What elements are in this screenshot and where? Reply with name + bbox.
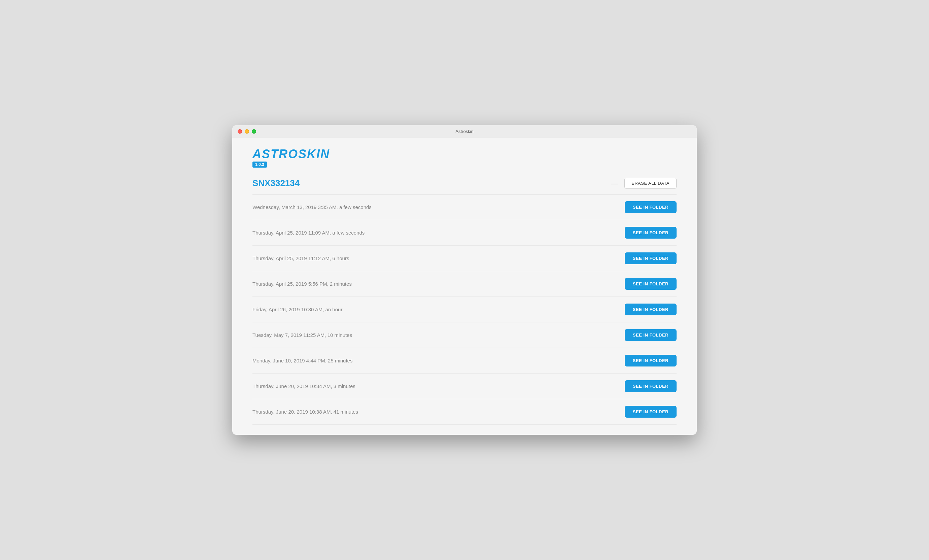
see-in-folder-button[interactable]: SEE IN FOLDER: [625, 252, 676, 264]
session-date: Wednesday, March 13, 2019 3:35 AM, a few…: [253, 204, 372, 210]
close-button[interactable]: [238, 129, 242, 134]
session-row: Monday, June 10, 2019 4:44 PM, 25 minute…: [253, 348, 676, 373]
device-controls: — ERASE ALL DATA: [608, 178, 676, 189]
session-date: Tuesday, May 7, 2019 11:25 AM, 10 minute…: [253, 332, 352, 338]
device-id: SNX332134: [253, 178, 300, 188]
app-name: ASTROSKIN: [253, 148, 676, 160]
see-in-folder-button[interactable]: SEE IN FOLDER: [625, 329, 676, 341]
session-date: Thursday, June 20, 2019 10:34 AM, 3 minu…: [253, 383, 356, 389]
see-in-folder-button[interactable]: SEE IN FOLDER: [625, 278, 676, 290]
app-header: ASTROSKIN 1.0.3: [253, 148, 676, 168]
collapse-button[interactable]: —: [608, 179, 620, 188]
session-row: Wednesday, March 13, 2019 3:35 AM, a few…: [253, 194, 676, 220]
session-row: Thursday, April 25, 2019 11:12 AM, 6 hou…: [253, 246, 676, 271]
session-row: Friday, April 26, 2019 10:30 AM, an hour…: [253, 297, 676, 323]
session-row: Thursday, April 25, 2019 11:09 AM, a few…: [253, 220, 676, 246]
session-date: Thursday, June 20, 2019 10:38 AM, 41 min…: [253, 409, 358, 415]
device-header: SNX332134 — ERASE ALL DATA: [253, 178, 676, 189]
main-content: ASTROSKIN 1.0.3 SNX332134 — ERASE ALL DA…: [232, 138, 697, 435]
window-title: Astroskin: [455, 129, 473, 134]
sessions-list: Wednesday, March 13, 2019 3:35 AM, a few…: [253, 194, 676, 425]
see-in-folder-button[interactable]: SEE IN FOLDER: [625, 406, 676, 418]
erase-all-data-button[interactable]: ERASE ALL DATA: [624, 178, 676, 189]
session-date: Friday, April 26, 2019 10:30 AM, an hour: [253, 307, 342, 312]
app-version: 1.0.3: [253, 162, 267, 168]
session-row: Tuesday, May 7, 2019 11:25 AM, 10 minute…: [253, 323, 676, 348]
minimize-button[interactable]: [245, 129, 249, 134]
session-date: Thursday, April 25, 2019 11:12 AM, 6 hou…: [253, 256, 349, 261]
app-window: Astroskin ASTROSKIN 1.0.3 SNX332134 — ER…: [232, 125, 697, 435]
session-row: Thursday, June 20, 2019 10:38 AM, 41 min…: [253, 399, 676, 425]
session-date: Thursday, April 25, 2019 5:56 PM, 2 minu…: [253, 281, 352, 287]
see-in-folder-button[interactable]: SEE IN FOLDER: [625, 380, 676, 392]
session-date: Monday, June 10, 2019 4:44 PM, 25 minute…: [253, 358, 353, 363]
see-in-folder-button[interactable]: SEE IN FOLDER: [625, 201, 676, 213]
device-section: SNX332134 — ERASE ALL DATA Wednesday, Ma…: [253, 178, 676, 425]
traffic-lights: [238, 129, 256, 134]
titlebar: Astroskin: [232, 125, 697, 138]
maximize-button[interactable]: [252, 129, 256, 134]
session-row: Thursday, June 20, 2019 10:34 AM, 3 minu…: [253, 373, 676, 399]
see-in-folder-button[interactable]: SEE IN FOLDER: [625, 227, 676, 239]
session-row: Thursday, April 25, 2019 5:56 PM, 2 minu…: [253, 271, 676, 297]
session-date: Thursday, April 25, 2019 11:09 AM, a few…: [253, 230, 365, 236]
see-in-folder-button[interactable]: SEE IN FOLDER: [625, 355, 676, 367]
see-in-folder-button[interactable]: SEE IN FOLDER: [625, 304, 676, 315]
